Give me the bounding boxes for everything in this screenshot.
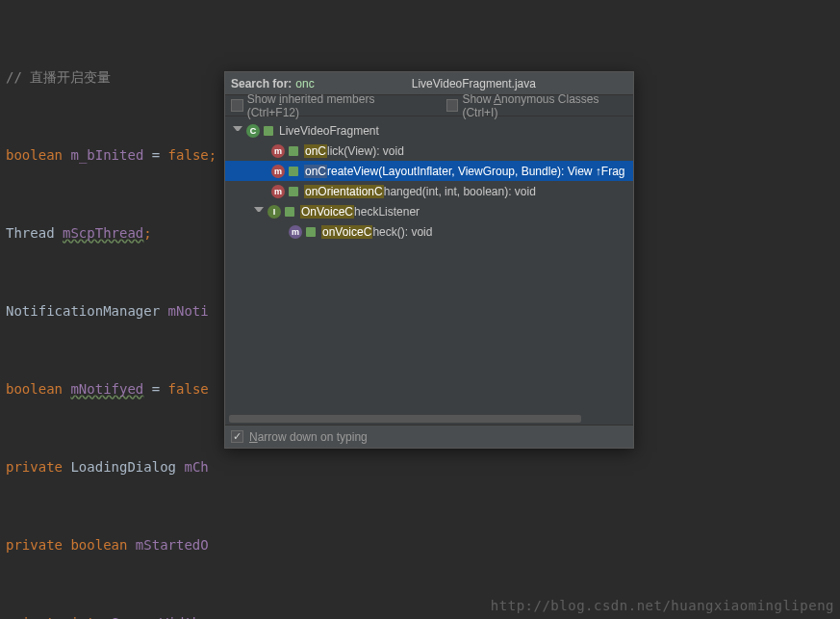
tree-row-method[interactable]: m onVoiceCheck(): void [225, 221, 633, 242]
semi: ; [143, 225, 151, 241]
show-inherited-label: Show inherited members (Ctrl+F12) [247, 92, 425, 119]
bool-literal: false [168, 147, 209, 163]
method-icon: m [271, 165, 285, 178]
tree-label: onCreateView(LayoutInflater, ViewGroup, … [304, 165, 625, 178]
lock-icon [285, 207, 294, 217]
method-icon: m [271, 185, 285, 198]
kw: private boolean [6, 537, 136, 553]
scrollbar-thumb[interactable] [229, 415, 581, 423]
structure-tree[interactable]: C LiveVideoFragment m onClick(View): voi… [225, 116, 633, 245]
semi: ; [209, 147, 216, 163]
field: mScpThread [63, 225, 143, 241]
op: = [143, 381, 167, 397]
search-for-value: onc [295, 77, 314, 90]
kw: private int [6, 615, 103, 619]
op: = [143, 147, 167, 163]
interface-icon: I [267, 205, 281, 219]
tree-label: onOrientationChanged(int, int, boolean):… [304, 185, 536, 198]
lock-icon [306, 227, 316, 237]
lock-icon [289, 167, 298, 176]
chevron-down-icon[interactable] [233, 126, 242, 136]
method-override-icon: m [289, 225, 302, 239]
tree-label: onVoiceCheck(): void [321, 225, 432, 239]
kw: boolean [6, 381, 70, 397]
method-icon: m [271, 144, 285, 158]
narrow-down-checkbox[interactable] [231, 430, 243, 443]
horizontal-scrollbar[interactable] [229, 415, 629, 423]
watermark: http://blog.csdn.net/huangxiaominglipeng [491, 598, 834, 613]
tree-row-method[interactable]: m onOrientationChanged(int, int, boolean… [225, 181, 633, 201]
type: LoadingDialog [70, 459, 184, 475]
show-anonymous-label: Show Anonymous Classes (Ctrl+I) [462, 92, 633, 119]
show-inherited-checkbox[interactable] [231, 99, 243, 112]
popup-options: Show inherited members (Ctrl+F12) Show A… [225, 95, 633, 116]
type: NotificationManager [6, 303, 168, 319]
lock-icon [289, 146, 298, 156]
file-structure-popup: Search for: onc LiveVideoFragment.java S… [224, 71, 634, 449]
field: mScreenWidth [103, 615, 200, 619]
kw: private [6, 459, 70, 475]
chevron-down-icon[interactable] [254, 207, 264, 217]
field: mNotifyed [70, 381, 143, 397]
class-icon: C [246, 124, 260, 138]
tree-label: onClick(View): void [304, 144, 404, 158]
popup-footer: Narrow down on typing [225, 425, 633, 448]
tree-row-interface[interactable]: I OnVoiceCheckListener [225, 201, 633, 221]
field: mStartedO [136, 537, 209, 553]
show-anonymous-checkbox[interactable] [446, 99, 459, 112]
tree-row-method-selected[interactable]: m onCreateView(LayoutInflater, ViewGroup… [225, 161, 633, 181]
code-comment: // 直播开启变量 [6, 69, 111, 85]
bool-literal: false [168, 381, 209, 397]
tree-label: OnVoiceCheckListener [300, 205, 420, 219]
tree-label: LiveVideoFragment [279, 124, 379, 138]
narrow-down-label: Narrow down on typing [249, 430, 368, 444]
lock-icon [289, 187, 298, 196]
lock-icon [264, 126, 273, 136]
field: m_bInited [70, 147, 143, 163]
field: mNoti [168, 303, 209, 319]
semi: ; [200, 615, 208, 619]
field: mCh [184, 459, 208, 475]
type: Thread [6, 225, 63, 241]
popup-title: LiveVideoFragment.java [315, 77, 633, 90]
tree-row-method[interactable]: m onClick(View): void [225, 141, 633, 161]
search-for-label: Search for: [225, 77, 295, 90]
tree-row-class[interactable]: C LiveVideoFragment [225, 120, 633, 141]
kw: boolean [6, 147, 63, 163]
